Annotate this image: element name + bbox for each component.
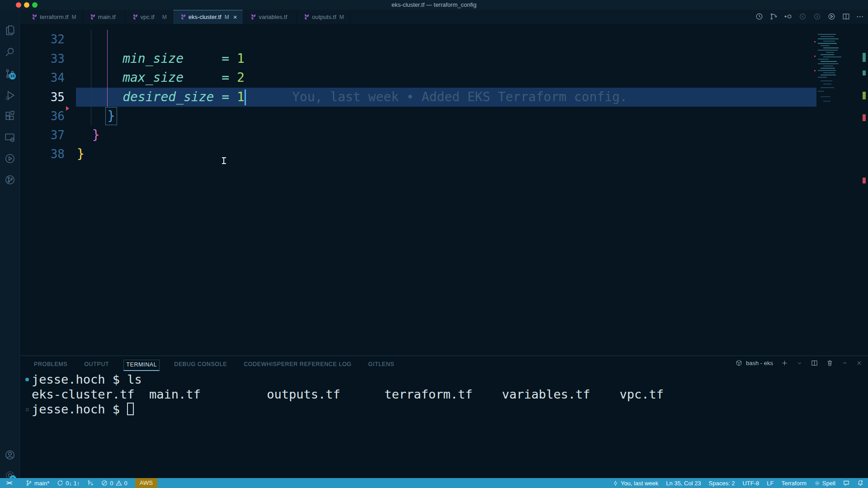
new-terminal-icon[interactable] bbox=[781, 359, 788, 367]
terminal-cursor bbox=[127, 403, 134, 415]
panel-tab-bar: PROBLEMS OUTPUT TERMINAL DEBUG CONSOLE C… bbox=[32, 360, 396, 371]
cursor-position-status[interactable]: Ln 35, Col 23 bbox=[666, 480, 701, 487]
overview-ruler-mark bbox=[863, 114, 866, 121]
kill-terminal-icon[interactable] bbox=[826, 359, 834, 367]
split-terminal-icon[interactable] bbox=[811, 359, 818, 367]
next-change-icon bbox=[813, 12, 821, 21]
editor-tab-bar: terraform.tf M main.tf vpc.tf M eks-clus… bbox=[20, 10, 868, 24]
closing-brace: } bbox=[107, 108, 115, 123]
tab-modified-badge: M bbox=[162, 14, 167, 20]
panel-tab-problems[interactable]: PROBLEMS bbox=[32, 360, 70, 371]
tab-label: variables.tf bbox=[259, 14, 287, 20]
run-and-debug-icon[interactable] bbox=[4, 89, 16, 101]
panel-tab-debug-console[interactable]: DEBUG CONSOLE bbox=[172, 360, 229, 371]
line-number: 34 bbox=[20, 68, 65, 87]
tab-variables-tf[interactable]: variables.tf bbox=[243, 10, 297, 24]
panel-tab-gitlens[interactable]: GITLENS bbox=[366, 360, 397, 371]
remote-explorer-icon[interactable] bbox=[4, 131, 16, 143]
minimap-line bbox=[818, 38, 839, 39]
maximize-panel-icon[interactable] bbox=[841, 360, 848, 366]
panel-tab-output[interactable]: OUTPUT bbox=[82, 360, 111, 371]
minimap-line bbox=[821, 75, 836, 75]
tab-modified-badge: M bbox=[340, 14, 344, 20]
feedback-icon[interactable] bbox=[843, 480, 849, 486]
line-number: 38 bbox=[20, 145, 65, 164]
blame-status[interactable]: You, last week bbox=[613, 480, 658, 487]
minimap-line bbox=[821, 54, 834, 55]
minimap-line bbox=[818, 43, 837, 44]
minimap-line bbox=[821, 45, 830, 46]
run-file-icon[interactable] bbox=[827, 12, 836, 21]
attribute-name: max_size bbox=[123, 70, 184, 85]
code-editor[interactable]: 32 33 34 35 36 37 38 min_size = 1 max_si… bbox=[20, 24, 868, 356]
panel-tab-terminal[interactable]: TERMINAL bbox=[123, 360, 160, 371]
code-line-35: desired_size = 1 bbox=[77, 88, 245, 107]
commit-graph-icon[interactable] bbox=[769, 12, 778, 21]
open-changes-icon[interactable] bbox=[784, 12, 793, 21]
equals-operator: = bbox=[222, 89, 237, 104]
tab-eks-cluster-tf[interactable]: eks-cluster.tf M × bbox=[173, 10, 244, 24]
terraform-icon bbox=[30, 14, 37, 20]
tab-label: main.tf bbox=[98, 14, 116, 20]
line-number: 33 bbox=[20, 49, 65, 68]
minimap-line bbox=[823, 101, 830, 102]
closing-brace: } bbox=[77, 146, 85, 161]
more-actions-icon[interactable]: ⋯ bbox=[856, 13, 863, 21]
overview-ruler-mark bbox=[863, 53, 866, 62]
tab-terraform-tf[interactable]: terraform.tf M bbox=[24, 10, 83, 24]
minimap-line bbox=[823, 56, 841, 57]
text-cursor bbox=[245, 89, 246, 105]
account-icon[interactable] bbox=[4, 449, 16, 461]
minimap-change-dot bbox=[814, 70, 816, 71]
minimap[interactable] bbox=[813, 28, 863, 141]
minimap-change-dot bbox=[814, 41, 816, 42]
minimap-line bbox=[818, 77, 827, 78]
overview-ruler-mark bbox=[863, 70, 866, 75]
aws-profile-badge[interactable]: AWS bbox=[135, 478, 157, 488]
notifications-bell-icon[interactable] bbox=[857, 480, 863, 486]
timeline-history-icon[interactable] bbox=[755, 12, 764, 21]
explorer-icon[interactable] bbox=[4, 24, 16, 36]
spell-gear-icon bbox=[814, 480, 820, 486]
minimap-line bbox=[821, 36, 834, 37]
tab-main-tf[interactable]: main.tf bbox=[83, 10, 125, 24]
mouse-ibeam-cursor bbox=[222, 157, 226, 164]
terminal-session[interactable]: bash - eks bbox=[735, 359, 773, 367]
git-branch-status[interactable]: main* bbox=[26, 480, 49, 487]
sync-status[interactable]: 0↓ 1↑ bbox=[57, 480, 80, 487]
overview-ruler-mark bbox=[863, 92, 866, 99]
terminal-ls-output: eks-cluster.tf main.tf outputs.tf terraf… bbox=[32, 387, 664, 402]
terminal-prompt-line: jesse.hoch $ ls bbox=[32, 372, 142, 387]
tab-label: vpc.tf bbox=[141, 14, 155, 20]
search-icon[interactable] bbox=[4, 46, 16, 58]
command-decoration-ring[interactable] bbox=[26, 408, 29, 411]
panel-tab-codewhisperer-reference-log[interactable]: CODEWHISPERER REFERENCE LOG bbox=[241, 360, 354, 371]
split-editor-icon[interactable] bbox=[842, 12, 850, 21]
run-circle-icon[interactable] bbox=[4, 153, 16, 164]
tab-outputs-tf[interactable]: outputs.tf M bbox=[297, 10, 350, 24]
remote-indicator[interactable]: >< bbox=[6, 480, 12, 486]
command-decoration-dot[interactable] bbox=[25, 378, 29, 381]
code-line-34: max_size = 2 bbox=[77, 68, 245, 87]
extensions-icon[interactable] bbox=[4, 110, 16, 122]
errors-icon bbox=[101, 480, 108, 486]
close-panel-icon[interactable] bbox=[856, 360, 863, 366]
attribute-value: 1 bbox=[237, 89, 245, 104]
problems-status[interactable]: 0 0 bbox=[101, 480, 127, 487]
encoding-status[interactable]: UTF-8 bbox=[742, 480, 759, 487]
tab-label: eks-cluster.tf bbox=[189, 14, 222, 20]
tab-close-icon[interactable]: × bbox=[233, 13, 237, 21]
tab-modified-badge: M bbox=[225, 14, 229, 20]
spell-checker-status[interactable]: Spell bbox=[814, 480, 835, 487]
terminal-session-label: bash - eks bbox=[746, 360, 773, 366]
gitlens-icon[interactable] bbox=[4, 174, 16, 186]
minimap-line bbox=[818, 59, 829, 60]
gitlens-status-icon[interactable] bbox=[87, 480, 94, 486]
eol-status[interactable]: LF bbox=[767, 480, 774, 487]
indentation-status[interactable]: Spaces: 2 bbox=[709, 480, 735, 487]
terminal-dropdown-icon[interactable] bbox=[796, 360, 803, 366]
language-mode-status[interactable]: Terraform bbox=[781, 480, 807, 487]
git-blame-annotation[interactable]: You, last week • Added EKS Terraform con… bbox=[292, 88, 627, 107]
minimap-line bbox=[823, 47, 839, 48]
tab-vpc-tf[interactable]: vpc.tf M bbox=[125, 10, 173, 24]
